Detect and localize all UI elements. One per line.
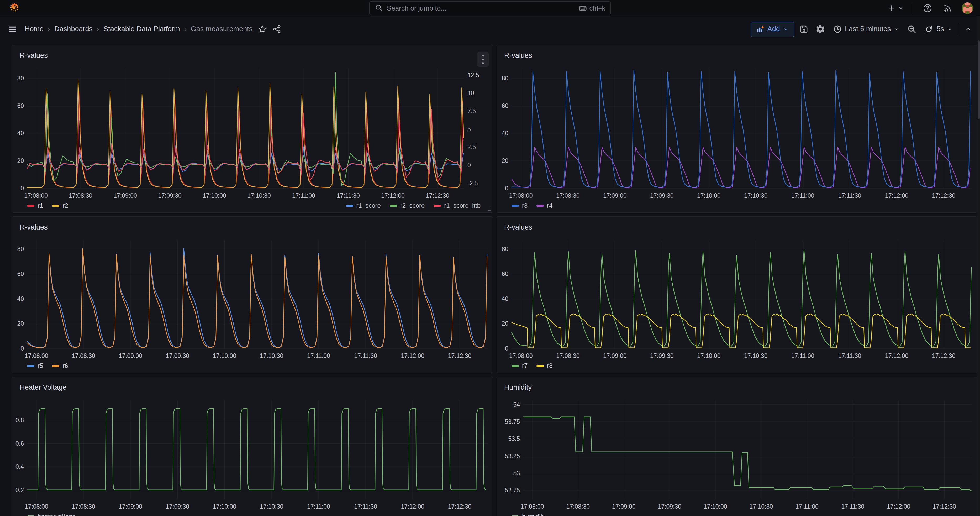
svg-text:-2.5: -2.5 (468, 180, 478, 187)
divider (913, 3, 913, 13)
legend-item-r1_score_lttb[interactable]: r1_score_lttb (434, 202, 480, 209)
panel-header: Humidity (497, 377, 977, 392)
legend-item-r2[interactable]: r2 (52, 202, 68, 209)
page-scrollbar[interactable] (977, 16, 980, 516)
legend-item-r8[interactable]: r8 (536, 362, 552, 369)
chart-r-values-4[interactable]: 17:08:0017:08:3017:09:0017:09:3017:10:00… (497, 231, 977, 361)
breadcrumb-home[interactable]: Home (25, 25, 44, 33)
panel-title[interactable]: R-values (20, 51, 48, 60)
panel-resize-handle[interactable] (488, 208, 491, 211)
legend-swatch (52, 365, 59, 367)
svg-text:53.25: 53.25 (505, 453, 520, 460)
new-button[interactable] (886, 2, 905, 14)
legend-item-humidity[interactable]: humidity (512, 513, 546, 516)
svg-text:17:10:00: 17:10:00 (213, 503, 237, 510)
legend-label: r1_score (356, 202, 381, 209)
legend-item-r6[interactable]: r6 (52, 362, 68, 369)
legend-swatch (52, 205, 59, 207)
series-r6 (27, 249, 487, 348)
svg-text:80: 80 (501, 75, 508, 82)
svg-text:17:11:30: 17:11:30 (337, 192, 360, 199)
panel-title[interactable]: Humidity (504, 384, 532, 392)
svg-text:0.6: 0.6 (16, 440, 24, 447)
svg-text:17:10:30: 17:10:30 (749, 503, 773, 510)
legend: heatervoltage (12, 512, 493, 516)
breadcrumb-dashboards[interactable]: Dashboards (54, 25, 93, 33)
svg-text:53.75: 53.75 (505, 418, 520, 425)
svg-text:17:08:30: 17:08:30 (556, 352, 580, 359)
panel-r-values-2: R-values 17:08:0017:08:3017:09:0017:09:3… (496, 45, 977, 213)
svg-text:17:11:00: 17:11:00 (307, 503, 330, 510)
legend-label: r2_score (400, 202, 425, 209)
svg-text:17:12:00: 17:12:00 (381, 192, 405, 199)
mega-menu-button[interactable] (6, 23, 19, 35)
panel-title[interactable]: R-values (504, 223, 532, 231)
svg-text:17:10:30: 17:10:30 (247, 192, 271, 199)
keyboard-icon (579, 4, 587, 12)
svg-text:60: 60 (17, 102, 24, 109)
chart-humidity[interactable]: 17:08:0017:08:3017:09:0017:09:3017:10:00… (497, 392, 977, 512)
panel-title[interactable]: Heater Voltage (20, 384, 67, 392)
svg-text:17:08:00: 17:08:00 (25, 503, 48, 510)
star-icon (258, 25, 267, 33)
panel-header: Heater Voltage (12, 377, 493, 392)
legend-item-r7[interactable]: r7 (512, 362, 528, 369)
panel-title[interactable]: R-values (20, 223, 48, 231)
legend-label: r5 (38, 362, 43, 369)
share-button[interactable] (271, 23, 283, 35)
user-avatar[interactable] (962, 2, 973, 14)
chevron-up-icon (964, 25, 972, 33)
svg-text:60: 60 (501, 271, 508, 277)
svg-text:17:12:30: 17:12:30 (932, 192, 956, 199)
svg-text:17:09:30: 17:09:30 (650, 192, 674, 199)
svg-text:17:11:30: 17:11:30 (838, 352, 861, 359)
svg-text:17:12:30: 17:12:30 (448, 352, 472, 359)
chart-r-values-1[interactable]: 17:08:0017:08:3017:09:0017:09:3017:10:00… (12, 60, 493, 201)
dashboard-settings-button[interactable] (814, 22, 827, 36)
search-bar[interactable]: ctrl+k (369, 1, 611, 15)
svg-text:17:09:00: 17:09:00 (119, 352, 142, 359)
breadcrumb-current-dashboard: Gas measurements (191, 25, 253, 33)
legend-item-r4[interactable]: r4 (536, 202, 552, 209)
zoom-out-icon (907, 24, 916, 34)
chart-heater-voltage[interactable]: 17:08:0017:08:3017:09:0017:09:3017:10:00… (12, 392, 493, 512)
collapse-toolbar-button[interactable] (963, 24, 974, 35)
svg-text:17:08:30: 17:08:30 (72, 503, 95, 510)
svg-text:17:12:00: 17:12:00 (885, 192, 908, 199)
legend-item-r1[interactable]: r1 (27, 202, 43, 209)
svg-text:17:10:00: 17:10:00 (203, 192, 226, 199)
favorite-button[interactable] (256, 23, 268, 35)
svg-text:17:08:30: 17:08:30 (72, 352, 95, 359)
breadcrumb-folder[interactable]: Stackable Data Platform (103, 25, 180, 33)
panel-title[interactable]: R-values (504, 51, 532, 60)
svg-text:40: 40 (501, 130, 508, 137)
chevron-down-icon (947, 27, 953, 32)
panel-r-values-3: R-values 17:08:0017:08:3017:09:0017:09:3… (12, 217, 493, 373)
svg-text:52.75: 52.75 (505, 487, 520, 494)
zoom-out-button[interactable] (905, 23, 918, 35)
grafana-logo[interactable] (7, 0, 22, 16)
save-dashboard-button[interactable] (798, 23, 810, 35)
search-input[interactable] (387, 4, 575, 12)
add-panel-icon (756, 25, 764, 33)
news-button[interactable] (942, 2, 954, 14)
svg-text:17:08:30: 17:08:30 (566, 503, 590, 510)
add-panel-button[interactable]: Add (751, 22, 794, 37)
plus-icon (887, 4, 896, 12)
legend-swatch (512, 365, 519, 367)
svg-text:17:12:00: 17:12:00 (887, 503, 910, 510)
legend-item-r3[interactable]: r3 (512, 202, 528, 209)
legend-item-r2_score[interactable]: r2_score (390, 202, 425, 209)
scrollbar-thumb[interactable] (978, 40, 980, 119)
help-button[interactable] (921, 2, 934, 14)
legend-item-r5[interactable]: r5 (27, 362, 43, 369)
chart-r-values-2[interactable]: 17:08:0017:08:3017:09:0017:09:3017:10:00… (497, 60, 977, 201)
svg-text:17:09:30: 17:09:30 (166, 352, 189, 359)
time-range-picker[interactable]: Last 5 minutes (830, 22, 902, 37)
refresh-picker[interactable]: 5s (922, 22, 955, 37)
legend-item-r1_score[interactable]: r1_score (346, 202, 381, 209)
chart-r-values-3[interactable]: 17:08:0017:08:3017:09:0017:09:3017:10:00… (12, 231, 493, 361)
svg-text:17:11:30: 17:11:30 (354, 352, 377, 359)
legend-item-heatervoltage[interactable]: heatervoltage (27, 513, 76, 516)
svg-text:17:10:30: 17:10:30 (260, 503, 283, 510)
